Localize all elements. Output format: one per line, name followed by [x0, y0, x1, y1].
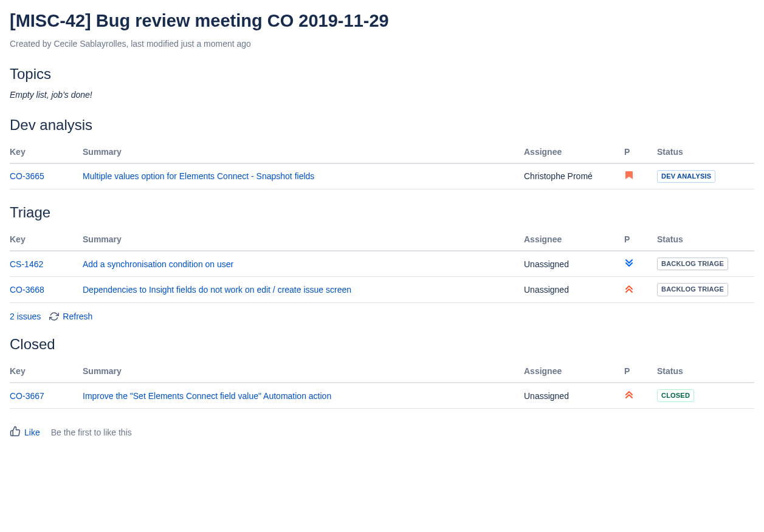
col-summary-header: Summary: [83, 360, 524, 383]
closed-table: Key Summary Assignee P Status CO-3667Imp…: [10, 360, 754, 409]
col-status-header: Status: [657, 360, 754, 383]
like-button[interactable]: Like: [10, 426, 40, 438]
refresh-button[interactable]: Refresh: [49, 312, 92, 321]
refresh-label: Refresh: [63, 312, 92, 321]
triage-table: Key Summary Assignee P Status CS-1462Add…: [10, 228, 754, 303]
table-row: CS-1462Add a synchronisation condition o…: [10, 251, 754, 277]
dev-analysis-heading: Dev analysis: [10, 117, 754, 134]
status-cell: DEV ANALYSIS: [657, 163, 754, 189]
like-bar: Like Be the first to like this: [10, 426, 754, 438]
priority-cell: [624, 163, 657, 189]
issue-summary-link[interactable]: Add a synchronisation condition on user: [83, 259, 233, 269]
priority-cell: [624, 383, 657, 409]
issue-count-link[interactable]: 2 issues: [10, 312, 41, 321]
thumbs-up-icon: [10, 426, 21, 438]
col-summary-header: Summary: [83, 228, 524, 251]
col-key-header: Key: [10, 360, 83, 383]
dev-analysis-table: Key Summary Assignee P Status CO-3665Mul…: [10, 141, 754, 189]
issue-summary-link[interactable]: Improve the "Set Elements Connect field …: [83, 391, 331, 401]
triage-tbody: CS-1462Add a synchronisation condition o…: [10, 251, 754, 302]
issue-summary-link[interactable]: Dependencies to Insight fields do not wo…: [83, 285, 351, 295]
issue-key-link[interactable]: CO-3665: [10, 171, 44, 181]
table-row: CO-3665Multiple values option for Elemen…: [10, 163, 754, 189]
priority-highest-icon: [624, 284, 634, 294]
status-cell: CLOSED: [657, 383, 754, 409]
triage-heading: Triage: [10, 204, 754, 221]
assignee-cell: Unassigned: [524, 251, 624, 277]
status-cell: BACKLOG TRIAGE: [657, 277, 754, 302]
col-key-header: Key: [10, 141, 83, 163]
priority-high-icon: [624, 171, 634, 180]
issue-key-link[interactable]: CS-1462: [10, 259, 43, 269]
priority-cell: [624, 251, 657, 277]
issue-summary-link[interactable]: Multiple values option for Elements Conn…: [83, 171, 314, 181]
priority-highest-icon: [624, 390, 634, 400]
closed-heading: Closed: [10, 336, 754, 353]
col-priority-header: P: [624, 360, 657, 383]
meta-created-prefix: Created by: [10, 39, 53, 49]
assignee-cell: Christophe Promé: [524, 163, 624, 189]
col-status-header: Status: [657, 228, 754, 251]
col-priority-header: P: [624, 228, 657, 251]
like-prompt: Be the first to like this: [51, 428, 132, 437]
page-title: [MISC-42] Bug review meeting CO 2019-11-…: [10, 10, 754, 33]
dev-analysis-tbody: CO-3665Multiple values option for Elemen…: [10, 163, 754, 189]
issue-key-link[interactable]: CO-3668: [10, 285, 44, 295]
refresh-icon: [49, 312, 59, 321]
topics-text: Empty list, job's done!: [10, 90, 754, 100]
assignee-cell: Unassigned: [524, 383, 624, 409]
topics-heading: Topics: [10, 66, 754, 83]
table-row: CO-3667Improve the "Set Elements Connect…: [10, 383, 754, 409]
table-row: CO-3668Dependencies to Insight fields do…: [10, 277, 754, 302]
status-badge: DEV ANALYSIS: [657, 170, 715, 183]
priority-low-icon: [624, 258, 634, 268]
col-assignee-header: Assignee: [524, 360, 624, 383]
col-assignee-header: Assignee: [524, 141, 624, 163]
status-badge: BACKLOG TRIAGE: [657, 283, 728, 296]
col-status-header: Status: [657, 141, 754, 163]
author-link[interactable]: Cecile Sablayrolles: [53, 39, 126, 49]
table-header-row: Key Summary Assignee P Status: [10, 141, 754, 163]
col-key-header: Key: [10, 228, 83, 251]
issue-key-link[interactable]: CO-3667: [10, 391, 44, 401]
status-badge: CLOSED: [657, 389, 694, 402]
modified-link[interactable]: just a moment ago: [181, 39, 251, 49]
table-header-row: Key Summary Assignee P Status: [10, 228, 754, 251]
closed-tbody: CO-3667Improve the "Set Elements Connect…: [10, 383, 754, 409]
status-badge: BACKLOG TRIAGE: [657, 257, 728, 270]
col-assignee-header: Assignee: [524, 228, 624, 251]
col-priority-header: P: [624, 141, 657, 163]
like-label: Like: [24, 428, 40, 437]
page-metadata: Created by Cecile Sablayrolles, last mod…: [10, 39, 754, 49]
status-cell: BACKLOG TRIAGE: [657, 251, 754, 277]
table-header-row: Key Summary Assignee P Status: [10, 360, 754, 383]
meta-mid: , last modified: [126, 39, 181, 49]
assignee-cell: Unassigned: [524, 277, 624, 302]
priority-cell: [624, 277, 657, 302]
col-summary-header: Summary: [83, 141, 524, 163]
triage-footer: 2 issues Refresh: [10, 312, 754, 321]
